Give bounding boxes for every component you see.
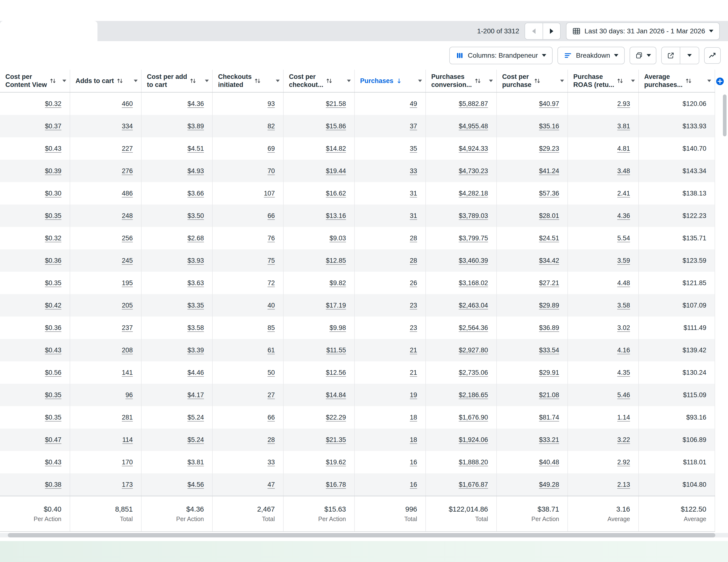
table-row: $0.32256$2.6876$9.0328$3,799.75$24.515.5… <box>0 227 715 249</box>
sort-icon[interactable] <box>474 77 481 84</box>
metric-cell: $29.91 <box>497 361 568 384</box>
metric-value: $0.38 <box>45 481 61 488</box>
metric-cell: $3.50 <box>142 205 213 227</box>
column-header[interactable]: Cost perContent View <box>0 70 70 92</box>
vertical-scrollbar-thumb[interactable] <box>723 95 727 136</box>
metric-value: 31 <box>410 190 417 197</box>
metric-value: 18 <box>410 414 417 421</box>
metric-value: $4,730.23 <box>459 167 488 175</box>
metric-value: 281 <box>122 414 133 421</box>
column-header[interactable]: Cost percheckout... <box>284 70 355 92</box>
metric-value: 23 <box>410 324 417 332</box>
metric-value: $24.51 <box>539 235 559 242</box>
metric-value: 5.54 <box>617 235 630 242</box>
metric-cell: 23 <box>355 316 426 339</box>
column-menu-caret-icon[interactable] <box>418 80 422 82</box>
metric-value: 3.48 <box>617 167 630 175</box>
metric-value: $133.93 <box>682 123 706 130</box>
breakdown-button[interactable]: Breakdown <box>557 47 625 64</box>
table-row: $0.32460$4.3693$21.5849$5,882.87$40.972.… <box>0 93 715 115</box>
metric-cell: 31 <box>355 205 426 227</box>
table-row: $0.38173$4.5647$16.7816$1,676.87$49.282.… <box>0 473 715 496</box>
column-header[interactable]: Purchases <box>355 70 426 92</box>
metric-value: 76 <box>268 235 275 242</box>
horizontal-scrollbar-thumb[interactable] <box>8 533 715 537</box>
metric-value: 40 <box>268 302 275 309</box>
sort-descending-icon[interactable] <box>396 77 402 84</box>
metric-cell: $3.35 <box>142 294 213 316</box>
column-header[interactable]: Adds to cart <box>70 70 142 92</box>
metric-cell: $133.93 <box>639 115 715 137</box>
export-button[interactable] <box>662 47 680 64</box>
metric-cell: $0.35 <box>0 384 70 406</box>
metric-cell: 47 <box>213 473 284 496</box>
metric-cell: $139.42 <box>639 339 715 361</box>
metric-value: 256 <box>122 235 133 242</box>
column-menu-caret-icon[interactable] <box>631 80 635 82</box>
column-menu-caret-icon[interactable] <box>134 80 138 82</box>
metric-value: 4.16 <box>617 346 630 354</box>
sort-icon[interactable] <box>534 77 541 84</box>
column-header[interactable]: Averagepurchases... <box>639 70 715 92</box>
metric-value: $81.74 <box>539 414 559 421</box>
next-page-button[interactable] <box>543 23 560 39</box>
sort-icon[interactable] <box>116 77 123 84</box>
metric-cell: 4.48 <box>568 272 639 294</box>
sort-icon[interactable] <box>326 77 333 84</box>
metric-value: $4.46 <box>187 369 204 376</box>
column-menu-caret-icon[interactable] <box>707 80 711 82</box>
column-menu-caret-icon[interactable] <box>62 80 66 82</box>
column-header[interactable]: Cost per addto cart <box>142 70 213 92</box>
metric-cell: 85 <box>213 316 284 339</box>
vertical-scrollbar[interactable] <box>723 93 727 494</box>
metric-value: $120.06 <box>682 100 706 108</box>
column-menu-caret-icon[interactable] <box>347 80 351 82</box>
column-menu-caret-icon[interactable] <box>560 80 564 82</box>
chevron-down-icon <box>614 54 618 57</box>
active-tab[interactable] <box>0 21 97 41</box>
metric-cell: $120.06 <box>639 93 715 115</box>
metric-cell: 141 <box>70 361 142 384</box>
column-header[interactable]: Checkoutsinitiated <box>213 70 284 92</box>
column-menu-caret-icon[interactable] <box>205 80 209 82</box>
sort-icon[interactable] <box>254 77 261 84</box>
column-menu-caret-icon[interactable] <box>489 80 493 82</box>
calendar-icon <box>572 27 581 35</box>
sort-icon[interactable] <box>190 77 196 84</box>
sort-icon[interactable] <box>617 77 623 84</box>
column-header[interactable]: PurchaseROAS (retu... <box>568 70 639 92</box>
columns-button[interactable]: Columns: Brandpeneur <box>449 47 553 64</box>
metric-value: $0.35 <box>45 279 61 287</box>
metric-cell: $4.56 <box>142 473 213 496</box>
summary-cell: 2,467Total <box>213 496 284 531</box>
column-menu-caret-icon[interactable] <box>276 80 280 82</box>
metric-value: 5.46 <box>617 391 630 399</box>
horizontal-scrollbar[interactable] <box>0 533 728 537</box>
metric-value: $9.03 <box>329 235 346 242</box>
metric-value: $107.09 <box>682 302 706 309</box>
metric-cell: $19.44 <box>284 160 355 182</box>
metric-cell: 93 <box>213 93 284 115</box>
metric-cell: $2,735.06 <box>426 361 497 384</box>
metric-cell: 4.35 <box>568 361 639 384</box>
metric-cell: 23 <box>355 294 426 316</box>
metric-cell: $4,955.48 <box>426 115 497 137</box>
metric-cell: $130.24 <box>639 361 715 384</box>
metric-value: $36.89 <box>539 324 559 332</box>
date-range-label: Last 30 days: 31 Jan 2026 - 1 Mar 2026 <box>584 27 705 35</box>
metric-value: $0.35 <box>45 212 61 220</box>
reports-button[interactable] <box>630 47 656 64</box>
add-column-button[interactable] <box>716 77 724 86</box>
export-options-button[interactable] <box>680 47 699 64</box>
metric-cell: $4.93 <box>142 160 213 182</box>
metric-value: $0.37 <box>45 123 61 130</box>
metric-value: 93 <box>268 100 275 108</box>
sort-icon[interactable] <box>49 77 56 84</box>
previous-page-button[interactable] <box>525 23 543 39</box>
metric-cell: $21.35 <box>284 428 355 451</box>
column-header[interactable]: Purchasesconversion... <box>426 70 497 92</box>
charts-button[interactable] <box>704 47 721 64</box>
sort-icon[interactable] <box>685 77 692 84</box>
date-range-button[interactable]: Last 30 days: 31 Jan 2026 - 1 Mar 2026 <box>566 22 720 40</box>
column-header[interactable]: Cost perpurchase <box>497 70 568 92</box>
